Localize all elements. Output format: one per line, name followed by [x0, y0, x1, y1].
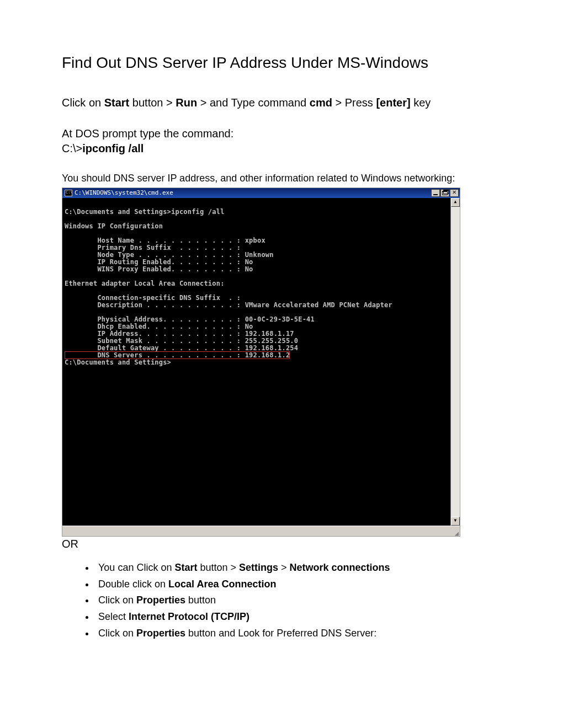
bold-text: Network connections: [290, 562, 390, 573]
bold-text: Settings: [239, 562, 278, 573]
text: > Press: [332, 97, 376, 109]
bold-text: Properties: [136, 595, 185, 606]
or-separator: OR: [62, 538, 501, 550]
bold-cmd: cmd: [310, 97, 332, 109]
titlebar: C:\WINDOWS\system32\cmd.exe: [62, 188, 460, 198]
text: >: [278, 562, 290, 573]
text: Click on: [62, 97, 104, 109]
vertical-scrollbar[interactable]: ▲ ▼: [450, 198, 460, 526]
prompt-prefix: C:\>: [62, 142, 82, 154]
text: key: [411, 97, 431, 109]
list-item: You can Click on Start button > Settings…: [95, 560, 501, 576]
restore-button[interactable]: [440, 189, 449, 197]
bold-text: Local Area Connection: [168, 579, 276, 590]
list-item: Click on Properties button: [95, 593, 501, 608]
cmd-window: C:\WINDOWS\system32\cmd.exe C:\Documents…: [62, 188, 460, 537]
text: You can Click on: [98, 562, 174, 573]
alternative-steps: You can Click on Start button > Settings…: [62, 560, 501, 641]
list-item: Double click on Local Area Connection: [95, 577, 501, 592]
status-bar: [62, 526, 460, 536]
text: Click on: [98, 595, 136, 606]
scroll-track[interactable]: [451, 207, 460, 517]
output-top: C:\Documents and Settings>ipconfig /all …: [65, 208, 392, 352]
instruction-dos: At DOS prompt type the command:: [62, 126, 501, 141]
bold-run: Run: [176, 97, 197, 109]
ipconfig-command: ipconfig /all: [82, 142, 144, 154]
document-page: Find Out DNS Server IP Address Under MS-…: [0, 0, 563, 728]
bold-start: Start: [104, 97, 130, 109]
bold-text: Properties: [136, 628, 185, 639]
text: Double click on: [98, 579, 168, 590]
window-controls: [431, 189, 459, 197]
scroll-up-button[interactable]: ▲: [451, 198, 460, 207]
text: > and Type command: [197, 97, 310, 109]
output-bottom: C:\Documents and Settings>: [65, 358, 171, 366]
cmd-client-area: C:\Documents and Settings>ipconfig /all …: [62, 198, 460, 526]
bold-text: Start: [174, 562, 197, 573]
text: Select: [98, 611, 129, 622]
page-title: Find Out DNS Server IP Address Under MS-…: [62, 53, 501, 73]
text: button: [185, 595, 216, 606]
command-line: C:\>ipconfig /all: [62, 141, 501, 156]
minimize-button[interactable]: [431, 189, 440, 197]
list-item: Click on Properties button and Look for …: [95, 626, 501, 641]
text: button >: [197, 562, 239, 573]
terminal-output[interactable]: C:\Documents and Settings>ipconfig /all …: [62, 198, 450, 526]
bold-enter: [enter]: [376, 97, 410, 109]
scroll-down-button[interactable]: ▼: [451, 517, 460, 526]
cmd-icon: [65, 190, 72, 196]
text: button >: [129, 97, 176, 109]
window-title: C:\WINDOWS\system32\cmd.exe: [75, 189, 428, 196]
text: Click on: [98, 628, 136, 639]
bold-text: Internet Protocol (TCP/IP): [129, 611, 249, 622]
list-item: Select Internet Protocol (TCP/IP): [95, 609, 501, 625]
text: button and Look for Preferred DNS Server…: [185, 628, 376, 639]
dns-highlight: DNS Servers . . . . . . . . . . . : 192.…: [65, 351, 290, 359]
close-button[interactable]: [450, 189, 459, 197]
instruction-result: You should DNS server IP address, and ot…: [62, 172, 501, 185]
instruction-run: Click on Start button > Run > and Type c…: [62, 95, 501, 111]
